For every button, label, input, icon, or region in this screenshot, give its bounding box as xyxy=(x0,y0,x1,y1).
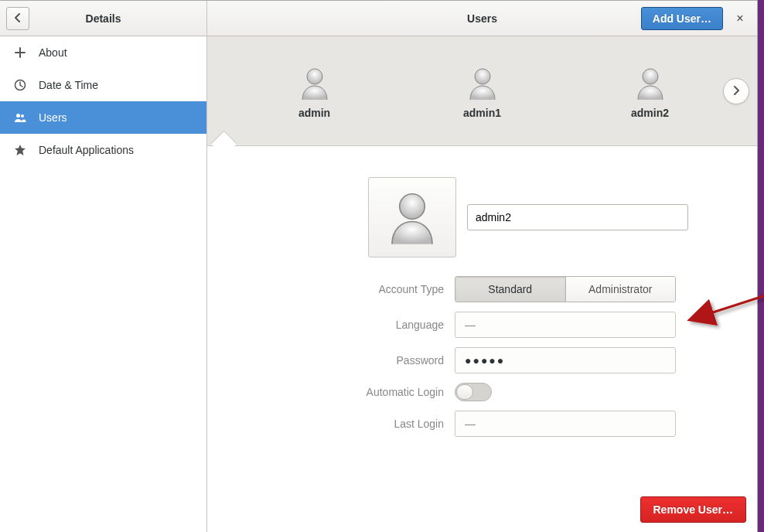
full-name-input[interactable] xyxy=(467,204,688,230)
last-login-button[interactable]: — xyxy=(455,411,676,437)
close-button[interactable]: × xyxy=(729,8,751,29)
account-type-label: Account Type xyxy=(254,283,455,295)
switch-knob xyxy=(456,384,473,400)
form-grid: Account Type Standard Administrator Lang… xyxy=(254,276,711,437)
user-chip-label: admin xyxy=(298,107,330,119)
password-value: ●●●●● xyxy=(465,354,505,367)
svg-point-3 xyxy=(307,69,322,84)
sidebar-item-users[interactable]: Users xyxy=(0,101,206,134)
sidebar-item-label: About xyxy=(39,46,67,59)
automatic-login-label: Automatic Login xyxy=(254,386,455,398)
star-icon xyxy=(14,144,28,156)
sidebar: About Date & Time Users Default Applicat… xyxy=(0,36,207,532)
account-type-segmented: Standard Administrator xyxy=(455,276,676,302)
user-carousel: admin admin1 xyxy=(207,36,757,146)
password-label: Password xyxy=(254,354,455,367)
avatar-icon xyxy=(631,63,670,102)
chevron-right-icon xyxy=(732,85,741,97)
password-button[interactable]: ●●●●● xyxy=(455,347,676,373)
body: About Date & Time Users Default Applicat… xyxy=(0,36,757,532)
avatar-icon xyxy=(382,186,442,249)
user-details: Account Type Standard Administrator Lang… xyxy=(207,146,757,532)
last-login-label: Last Login xyxy=(254,418,455,430)
svg-point-5 xyxy=(643,69,658,84)
avatar-icon xyxy=(463,63,502,102)
user-chip-admin1[interactable]: admin1 xyxy=(448,59,517,124)
automatic-login-switch[interactable] xyxy=(455,383,492,401)
headerbar-left: Details xyxy=(0,1,207,36)
sidebar-item-datetime[interactable]: Date & Time xyxy=(0,69,206,101)
headerbar: Details Users Add User… × xyxy=(0,1,757,36)
headerbar-right: Users Add User… × xyxy=(207,1,757,36)
sidebar-item-label: Users xyxy=(39,111,67,124)
carousel-next-button[interactable] xyxy=(723,78,749,104)
sidebar-item-default-apps[interactable]: Default Applications xyxy=(0,134,206,166)
sidebar-item-about[interactable]: About xyxy=(0,36,206,69)
sidebar-item-label: Date & Time xyxy=(39,79,98,91)
profile-row xyxy=(368,177,711,257)
remove-user-button[interactable]: Remove User… xyxy=(640,496,747,523)
last-login-value: — xyxy=(465,418,476,430)
headerbar-actions: Add User… × xyxy=(641,7,757,30)
clock-icon xyxy=(14,79,28,91)
language-value: — xyxy=(465,319,476,331)
settings-window: Details Users Add User… × About Date & T… xyxy=(0,0,758,532)
svg-point-6 xyxy=(400,193,425,219)
avatar-icon xyxy=(295,63,334,102)
chevron-left-icon xyxy=(13,12,22,25)
users-icon xyxy=(14,111,28,124)
language-label: Language xyxy=(254,319,455,331)
sidebar-item-label: Default Applications xyxy=(39,144,134,156)
user-chip-admin2[interactable]: admin2 xyxy=(616,59,685,124)
user-chip-label: admin1 xyxy=(463,107,501,119)
avatar-button[interactable] xyxy=(368,177,456,257)
language-button[interactable]: — xyxy=(455,312,676,338)
content: admin admin1 xyxy=(207,36,757,532)
plus-icon xyxy=(14,46,28,59)
add-user-button[interactable]: Add User… xyxy=(641,7,723,30)
sidebar-title: Details xyxy=(29,12,200,25)
svg-point-2 xyxy=(21,114,24,118)
account-type-administrator[interactable]: Administrator xyxy=(566,277,676,302)
user-chip-label: admin2 xyxy=(631,107,669,119)
svg-point-4 xyxy=(475,69,490,84)
svg-point-1 xyxy=(16,114,20,118)
account-type-standard[interactable]: Standard xyxy=(455,277,566,302)
footer: Remove User… xyxy=(640,496,747,523)
automatic-login-cell xyxy=(455,383,687,401)
user-chip-admin[interactable]: admin xyxy=(280,59,350,124)
back-button[interactable] xyxy=(6,7,29,30)
